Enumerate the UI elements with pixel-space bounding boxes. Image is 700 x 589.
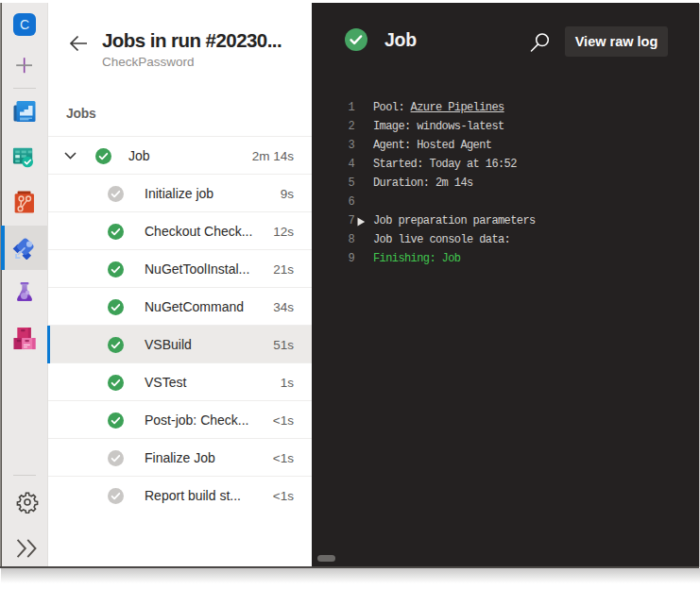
svg-text:C: C xyxy=(20,17,29,32)
